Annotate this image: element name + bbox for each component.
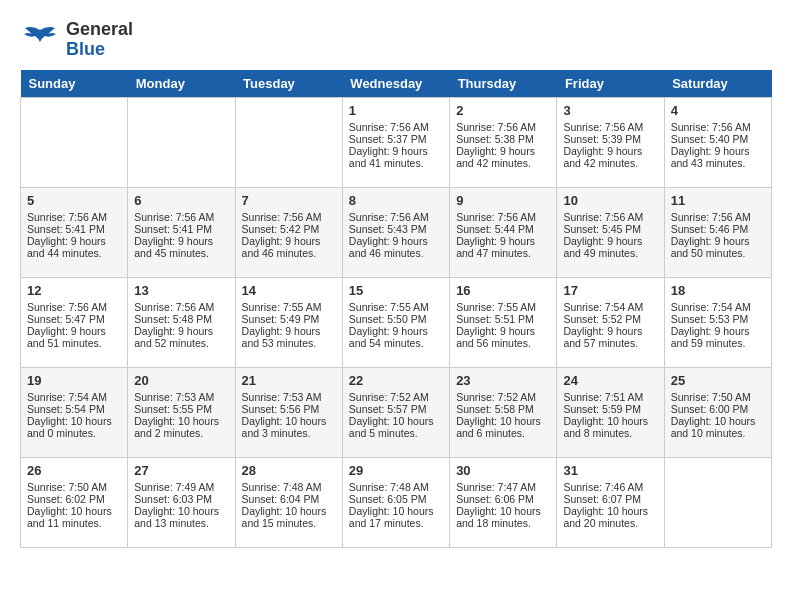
day-info: Sunrise: 7:55 AM (349, 301, 443, 313)
day-info: Sunrise: 7:56 AM (563, 121, 657, 133)
day-info: Sunset: 5:41 PM (27, 223, 121, 235)
calendar-cell: 21Sunrise: 7:53 AMSunset: 5:56 PMDayligh… (235, 368, 342, 458)
day-info: Sunrise: 7:54 AM (563, 301, 657, 313)
week-row-2: 5Sunrise: 7:56 AMSunset: 5:41 PMDaylight… (21, 188, 772, 278)
calendar-cell (21, 98, 128, 188)
weekday-header-saturday: Saturday (664, 70, 771, 98)
week-row-3: 12Sunrise: 7:56 AMSunset: 5:47 PMDayligh… (21, 278, 772, 368)
day-info: Daylight: 9 hours and 42 minutes. (563, 145, 657, 169)
day-info: Daylight: 9 hours and 56 minutes. (456, 325, 550, 349)
day-info: Sunset: 6:04 PM (242, 493, 336, 505)
day-info: Daylight: 9 hours and 53 minutes. (242, 325, 336, 349)
day-info: Daylight: 9 hours and 50 minutes. (671, 235, 765, 259)
day-number: 13 (134, 283, 228, 298)
day-info: Sunset: 6:03 PM (134, 493, 228, 505)
day-info: Daylight: 9 hours and 52 minutes. (134, 325, 228, 349)
calendar-cell: 25Sunrise: 7:50 AMSunset: 6:00 PMDayligh… (664, 368, 771, 458)
day-info: Sunrise: 7:54 AM (671, 301, 765, 313)
week-row-4: 19Sunrise: 7:54 AMSunset: 5:54 PMDayligh… (21, 368, 772, 458)
weekday-header-tuesday: Tuesday (235, 70, 342, 98)
day-info: Sunset: 5:46 PM (671, 223, 765, 235)
day-info: Sunrise: 7:50 AM (27, 481, 121, 493)
day-info: Sunset: 5:48 PM (134, 313, 228, 325)
day-info: Sunrise: 7:56 AM (349, 211, 443, 223)
day-info: Sunset: 6:02 PM (27, 493, 121, 505)
day-info: Sunrise: 7:56 AM (134, 211, 228, 223)
day-number: 28 (242, 463, 336, 478)
day-info: Sunset: 5:59 PM (563, 403, 657, 415)
day-number: 14 (242, 283, 336, 298)
calendar-cell (128, 98, 235, 188)
weekday-header-monday: Monday (128, 70, 235, 98)
calendar-cell: 11Sunrise: 7:56 AMSunset: 5:46 PMDayligh… (664, 188, 771, 278)
day-info: Sunset: 5:41 PM (134, 223, 228, 235)
day-info: Sunset: 5:45 PM (563, 223, 657, 235)
day-info: Daylight: 10 hours and 20 minutes. (563, 505, 657, 529)
calendar-cell: 10Sunrise: 7:56 AMSunset: 5:45 PMDayligh… (557, 188, 664, 278)
day-info: Daylight: 9 hours and 46 minutes. (349, 235, 443, 259)
day-info: Sunrise: 7:47 AM (456, 481, 550, 493)
calendar-cell: 16Sunrise: 7:55 AMSunset: 5:51 PMDayligh… (450, 278, 557, 368)
day-number: 4 (671, 103, 765, 118)
calendar-cell: 4Sunrise: 7:56 AMSunset: 5:40 PMDaylight… (664, 98, 771, 188)
calendar-cell: 30Sunrise: 7:47 AMSunset: 6:06 PMDayligh… (450, 458, 557, 548)
day-info: Daylight: 9 hours and 47 minutes. (456, 235, 550, 259)
calendar-cell: 13Sunrise: 7:56 AMSunset: 5:48 PMDayligh… (128, 278, 235, 368)
day-info: Sunrise: 7:56 AM (563, 211, 657, 223)
day-info: Sunrise: 7:56 AM (134, 301, 228, 313)
day-info: Sunset: 5:56 PM (242, 403, 336, 415)
day-number: 6 (134, 193, 228, 208)
weekday-header-sunday: Sunday (21, 70, 128, 98)
calendar-cell: 12Sunrise: 7:56 AMSunset: 5:47 PMDayligh… (21, 278, 128, 368)
day-info: Daylight: 10 hours and 6 minutes. (456, 415, 550, 439)
day-info: Daylight: 9 hours and 59 minutes. (671, 325, 765, 349)
day-info: Sunrise: 7:55 AM (242, 301, 336, 313)
day-info: Sunrise: 7:49 AM (134, 481, 228, 493)
day-number: 7 (242, 193, 336, 208)
day-number: 11 (671, 193, 765, 208)
day-info: Daylight: 10 hours and 8 minutes. (563, 415, 657, 439)
calendar-cell: 9Sunrise: 7:56 AMSunset: 5:44 PMDaylight… (450, 188, 557, 278)
calendar-cell: 27Sunrise: 7:49 AMSunset: 6:03 PMDayligh… (128, 458, 235, 548)
calendar-cell: 17Sunrise: 7:54 AMSunset: 5:52 PMDayligh… (557, 278, 664, 368)
day-number: 27 (134, 463, 228, 478)
day-info: Daylight: 9 hours and 46 minutes. (242, 235, 336, 259)
weekday-header-row: SundayMondayTuesdayWednesdayThursdayFrid… (21, 70, 772, 98)
calendar-cell: 8Sunrise: 7:56 AMSunset: 5:43 PMDaylight… (342, 188, 449, 278)
day-info: Sunset: 5:49 PM (242, 313, 336, 325)
day-info: Daylight: 9 hours and 57 minutes. (563, 325, 657, 349)
logo-general: General (66, 20, 133, 40)
calendar-cell: 28Sunrise: 7:48 AMSunset: 6:04 PMDayligh… (235, 458, 342, 548)
day-info: Sunset: 6:05 PM (349, 493, 443, 505)
day-info: Daylight: 10 hours and 3 minutes. (242, 415, 336, 439)
day-info: Sunrise: 7:56 AM (456, 121, 550, 133)
calendar-cell: 14Sunrise: 7:55 AMSunset: 5:49 PMDayligh… (235, 278, 342, 368)
logo-text: General Blue (66, 20, 133, 60)
calendar-table: SundayMondayTuesdayWednesdayThursdayFrid… (20, 70, 772, 548)
day-info: Sunrise: 7:52 AM (456, 391, 550, 403)
page-header: General Blue (20, 20, 772, 60)
calendar-cell: 19Sunrise: 7:54 AMSunset: 5:54 PMDayligh… (21, 368, 128, 458)
day-info: Sunset: 5:37 PM (349, 133, 443, 145)
day-info: Daylight: 9 hours and 45 minutes. (134, 235, 228, 259)
day-number: 9 (456, 193, 550, 208)
day-number: 18 (671, 283, 765, 298)
day-info: Sunset: 5:52 PM (563, 313, 657, 325)
calendar-cell: 20Sunrise: 7:53 AMSunset: 5:55 PMDayligh… (128, 368, 235, 458)
day-info: Sunrise: 7:56 AM (242, 211, 336, 223)
day-number: 12 (27, 283, 121, 298)
day-number: 3 (563, 103, 657, 118)
logo-blue: Blue (66, 40, 133, 60)
calendar-cell: 18Sunrise: 7:54 AMSunset: 5:53 PMDayligh… (664, 278, 771, 368)
day-info: Sunset: 5:44 PM (456, 223, 550, 235)
day-info: Sunset: 5:39 PM (563, 133, 657, 145)
day-info: Daylight: 10 hours and 5 minutes. (349, 415, 443, 439)
weekday-header-friday: Friday (557, 70, 664, 98)
day-number: 24 (563, 373, 657, 388)
day-number: 10 (563, 193, 657, 208)
day-info: Sunset: 6:06 PM (456, 493, 550, 505)
day-info: Daylight: 10 hours and 18 minutes. (456, 505, 550, 529)
day-number: 2 (456, 103, 550, 118)
calendar-cell (664, 458, 771, 548)
day-info: Daylight: 10 hours and 15 minutes. (242, 505, 336, 529)
